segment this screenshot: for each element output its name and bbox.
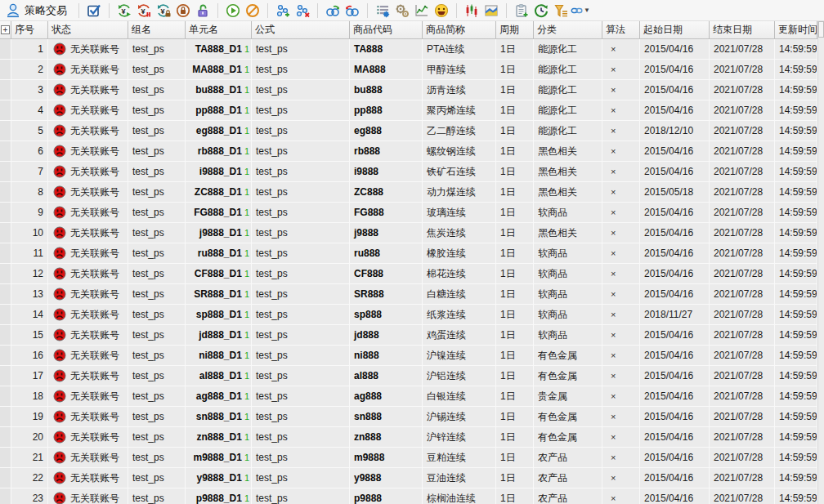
column-header-unit[interactable]: 单元名 <box>186 21 252 39</box>
row-handle[interactable] <box>0 243 11 263</box>
table-row[interactable]: 18 无关联账号 test_ps ag888_D1 1 test_ps ag88… <box>0 386 817 407</box>
table-row[interactable]: 19 无关联账号 test_ps sn888_D1 1 test_ps sn88… <box>0 407 817 427</box>
emotion-icon[interactable] <box>432 1 451 20</box>
row-handle[interactable] <box>0 141 11 161</box>
row-handle[interactable] <box>0 325 11 345</box>
column-header-period[interactable]: 周期 <box>496 21 534 39</box>
row-handle[interactable] <box>0 346 11 365</box>
table-row[interactable]: 3 无关联账号 test_ps bu888_D1 1 test_ps bu888… <box>0 80 817 100</box>
cell-name: 豆油连续 <box>423 468 496 488</box>
disable-icon[interactable] <box>243 1 262 20</box>
row-handle[interactable] <box>0 448 11 467</box>
link-share-icon[interactable]: ▼ <box>571 1 590 20</box>
table-row[interactable]: 23 无关联账号 test_ps p9888_D1 1 test_ps p988… <box>0 488 817 504</box>
table-row[interactable]: 10 无关联账号 test_ps j9888_D1 1 test_ps j988… <box>0 223 817 243</box>
column-header-start[interactable]: 起始日期 <box>640 21 710 39</box>
money-start-icon[interactable]: ¥ <box>114 1 134 20</box>
row-handle[interactable] <box>0 60 11 79</box>
link-add-icon[interactable] <box>323 1 343 20</box>
money-lock-icon[interactable]: ¥ <box>154 1 173 20</box>
table-row[interactable]: 21 无关联账号 test_ps m9888_D1 1 test_ps m988… <box>0 448 817 468</box>
remove-node-icon[interactable] <box>293 1 312 20</box>
row-handle[interactable] <box>0 203 11 222</box>
money-pause-icon[interactable]: ¥ <box>134 1 154 20</box>
column-header-name[interactable]: 商品简称 <box>423 21 496 39</box>
plus-icon[interactable]: + <box>1 25 10 34</box>
row-handle[interactable] <box>0 386 11 406</box>
table-row[interactable]: 14 无关联账号 test_ps sp888_D1 1 test_ps sp88… <box>0 305 817 325</box>
sad-face-status-icon <box>53 267 66 280</box>
table-row[interactable]: 16 无关联账号 test_ps ni888_D1 1 test_ps ni88… <box>0 346 817 366</box>
table-row[interactable]: 4 无关联账号 test_ps pp888_D1 1 test_ps pp888… <box>0 100 817 121</box>
filter-icon[interactable] <box>551 1 571 20</box>
table-row[interactable]: 17 无关联账号 test_ps al888_D1 1 test_ps al88… <box>0 366 817 386</box>
account-lock-icon[interactable] <box>173 1 193 20</box>
table-row[interactable]: 8 无关联账号 test_ps ZC888_D1 1 test_ps ZC888… <box>0 182 817 203</box>
row-handle[interactable] <box>0 100 11 120</box>
column-header-index[interactable]: 序号 <box>11 21 48 39</box>
status-text: 无关联账号 <box>70 471 119 485</box>
gears-icon[interactable] <box>392 1 412 20</box>
table-row[interactable]: 2 无关联账号 test_ps MA888_D1 1 test_ps MA888… <box>0 60 817 80</box>
table-row[interactable]: 12 无关联账号 test_ps CF888_D1 1 test_ps CF88… <box>0 264 817 284</box>
new-task-icon[interactable] <box>512 1 531 20</box>
table-row[interactable]: 11 无关联账号 test_ps ru888_D1 1 test_ps ru88… <box>0 243 817 264</box>
column-header-algo[interactable]: 算法 <box>602 21 640 39</box>
row-handle[interactable] <box>0 488 11 504</box>
row-handle[interactable] <box>0 80 11 100</box>
expand-all-button[interactable]: + <box>0 21 11 39</box>
list-settings-icon[interactable] <box>373 1 392 20</box>
sad-face-status-icon <box>53 492 66 504</box>
table-row[interactable]: 15 无关联账号 test_ps jd888_D1 1 test_ps jd88… <box>0 325 817 346</box>
equity-chart-icon[interactable] <box>412 1 432 20</box>
column-header-category[interactable]: 分类 <box>534 21 602 39</box>
cell-name: 铁矿石连续 <box>423 162 496 181</box>
row-handle[interactable] <box>0 305 11 324</box>
row-handle[interactable] <box>0 182 11 202</box>
row-handle[interactable] <box>0 39 11 59</box>
row-handle[interactable] <box>0 121 11 140</box>
cell-category: 有色金属 <box>534 407 602 426</box>
column-header-end[interactable]: 结束日期 <box>710 21 775 39</box>
cell-unit: rb888_D1 1 <box>186 141 252 161</box>
row-handle[interactable] <box>0 264 11 283</box>
vertical-scrollbar[interactable] <box>817 21 824 504</box>
row-handle[interactable] <box>0 427 11 447</box>
table-row[interactable]: 6 无关联账号 test_ps rb888_D1 1 test_ps rb888… <box>0 141 817 162</box>
cell-status: 无关联账号 <box>48 305 128 324</box>
scrollbar-top-button[interactable] <box>818 21 824 38</box>
unit-count-badge: 1 <box>244 453 249 462</box>
column-header-status[interactable]: 状态 <box>48 21 128 39</box>
row-handle[interactable] <box>0 284 11 304</box>
table-row[interactable]: 13 无关联账号 test_ps SR888_D1 1 test_ps SR88… <box>0 284 817 305</box>
run-icon[interactable] <box>223 1 243 20</box>
column-header-formula[interactable]: 公式 <box>252 21 350 39</box>
unlock-icon[interactable] <box>193 1 213 20</box>
cell-status: 无关联账号 <box>48 243 128 263</box>
table-row[interactable]: 1 无关联账号 test_ps TA888_D1 1 test_ps TA888… <box>0 39 817 60</box>
row-handle[interactable] <box>0 366 11 386</box>
row-handle[interactable] <box>0 468 11 488</box>
column-header-group[interactable]: 组名 <box>128 21 186 39</box>
table-row[interactable]: 5 无关联账号 test_ps eg888_D1 1 test_ps eg888… <box>0 121 817 141</box>
cell-name: 鸡蛋连续 <box>423 325 496 345</box>
column-header-updated[interactable]: 更新时间 <box>775 21 817 39</box>
column-header-code[interactable]: 商品代码 <box>350 21 423 39</box>
row-handle[interactable] <box>0 407 11 426</box>
refresh-time-icon[interactable] <box>531 1 551 20</box>
sad-face-status-icon <box>53 63 66 76</box>
table-row[interactable]: 20 无关联账号 test_ps zn888_D1 1 test_ps zn88… <box>0 427 817 448</box>
link-remove-icon[interactable] <box>343 1 362 20</box>
table-row[interactable]: 9 无关联账号 test_ps FG888_D1 1 test_ps FG888… <box>0 203 817 223</box>
sad-face-status-icon <box>53 42 66 56</box>
sad-face-status-icon <box>53 206 66 219</box>
table-row[interactable]: 7 无关联账号 test_ps i9888_D1 1 test_ps i9888… <box>0 162 817 182</box>
kline-chart-icon[interactable] <box>462 1 481 20</box>
row-handle[interactable] <box>0 223 11 243</box>
add-node-icon[interactable] <box>273 1 293 20</box>
row-handle[interactable] <box>0 162 11 181</box>
report-chart-icon[interactable] <box>481 1 501 20</box>
strategy-table: + 序号 状态 组名 单元名 公式 商品代码 商品简称 周期 分类 算法 起始日… <box>0 21 817 504</box>
strategy-check-icon[interactable] <box>84 1 104 20</box>
table-row[interactable]: 22 无关联账号 test_ps y9888_D1 1 test_ps y988… <box>0 468 817 488</box>
